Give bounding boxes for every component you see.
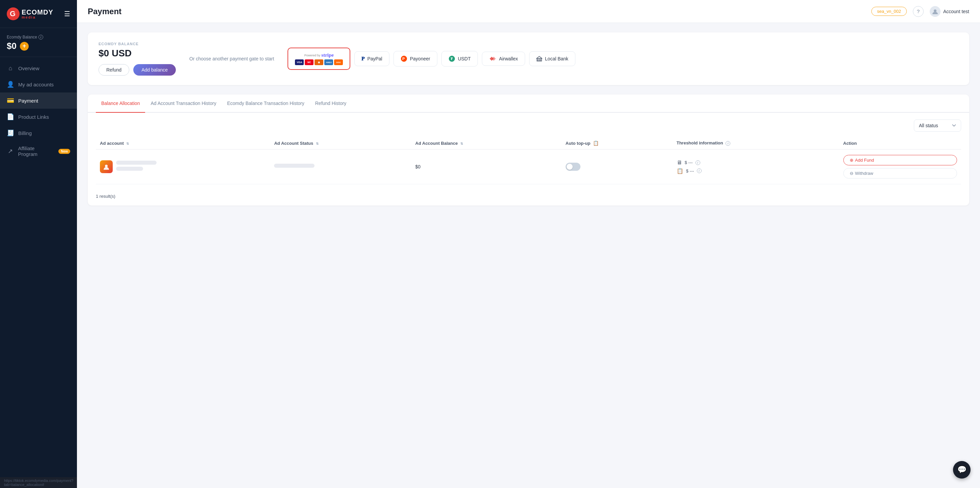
sidebar-item-my-ad-accounts[interactable]: 👤 My ad accounts [0,76,77,92]
svg-rect-10 [540,59,541,61]
page-title: Payment [88,7,121,16]
tab-balance-allocation[interactable]: Balance Allocation [96,94,145,113]
add-balance-button[interactable]: Add balance [133,64,176,76]
tab-refund-history[interactable]: Refund History [310,94,352,113]
gate-stripe[interactable]: Powered by stripe VISA MC ◉ AMEX DISC [288,48,350,70]
threshold-info-icon[interactable]: i [725,141,730,146]
sidebar-item-overview-label: Overview [18,65,40,71]
svg-text:₮: ₮ [450,57,453,61]
help-icon[interactable]: ? [913,6,924,17]
skeleton-account-name [116,161,157,165]
ad-account-balance-value: $0 [415,164,421,169]
hamburger-icon[interactable]: ☰ [64,10,70,18]
ecomdy-balance-label: ECOMDY BALANCE [99,42,176,46]
sidebar-item-affiliate-program[interactable]: ↗ Affiliate Program New [0,141,77,161]
threshold-row-2: 📋 $ --- i [677,168,835,174]
td-ad-account [96,149,270,184]
balance-amount-row: $0 + [7,41,70,51]
topbar-right: sea_vn_002 ? Account test [871,6,969,17]
tabs-container: Balance Allocation Ad Account Transactio… [88,94,969,205]
gate-local-bank-label: Local Bank [545,56,568,61]
col-action: Action [839,137,961,149]
affiliate-icon: ↗ [7,148,14,155]
tab-ecomdy-balance-transaction[interactable]: Ecomdy Balance Transaction History [222,94,310,113]
balance-info-icon[interactable]: i [38,35,43,40]
usdt-icon: ₮ [449,56,455,62]
sidebar-nav: ⌂ Overview 👤 My ad accounts 💳 Payment 📄 … [0,57,77,477]
ecomdy-balance-amount: $0 USD [99,48,176,59]
payment-gates: Powered by stripe VISA MC ◉ AMEX DISC [288,48,575,70]
chat-icon: 💬 [958,466,967,474]
threshold-row1-info-icon[interactable]: i [695,160,700,165]
auto-topup-toggle[interactable] [566,163,581,171]
logo-mark: G ECOMDY media [7,8,53,20]
col-ad-account: Ad account ⇅ [96,137,270,149]
account-info[interactable]: Account test [930,6,969,17]
gate-usdt[interactable]: ₮ USDT [441,51,478,67]
col-auto-top-up: Auto top-up 📋 [562,137,673,149]
td-auto-topup[interactable] [562,149,673,184]
balance-section: ECOMDY BALANCE $0 USD Refund Add balance [99,42,176,76]
gate-paypal-label: PayPal [367,56,382,61]
logo-media-label: media [22,16,53,19]
svg-marker-11 [536,56,542,58]
gate-airwallex[interactable]: Airwallex [482,52,525,66]
sort-icon-status: ⇅ [316,142,318,145]
svg-rect-9 [539,59,539,61]
topbar: Payment sea_vn_002 ? Account test [77,0,980,23]
refund-button[interactable]: Refund [99,64,129,76]
add-fund-icon: ⊕ [850,157,853,163]
logo-ecomdy-label: ECOMDY [22,9,53,16]
powered-by-label: Powered by [304,54,321,57]
table-row: $0 🖥 $ --- i [96,149,961,184]
sidebar-item-my-ad-accounts-label: My ad accounts [18,82,54,87]
threshold-icon-1: 🖥 [677,160,682,166]
auto-topup-doc-icon[interactable]: 📋 [593,140,599,146]
ecomdy-logo-icon: G [7,8,19,20]
status-filter[interactable]: All status Active Inactive [914,119,961,132]
ad-account-user-icon [103,163,110,170]
threshold-row2-info-icon[interactable]: i [697,168,702,173]
td-action: ⊕ Add Fund ⊖ Withdraw [839,149,961,184]
td-status [270,149,411,184]
ad-account-cell [100,160,266,173]
ad-accounts-icon: 👤 [7,81,14,88]
sidebar-logo: G ECOMDY media ☰ [0,0,77,28]
col-ad-account-status: Ad Account Status ⇅ [270,137,411,149]
gate-local-bank[interactable]: Local Bank [529,51,575,66]
withdraw-button[interactable]: ⊖ Withdraw [843,168,958,178]
sidebar-item-overview[interactable]: ⌂ Overview [0,60,77,76]
threshold-row-1: 🖥 $ --- i [677,160,835,166]
new-badge: New [58,149,70,154]
payoneer-icon: P [401,56,407,62]
add-balance-sidebar-button[interactable]: + [20,42,29,51]
sidebar-balance-section: Ecomdy Balance i $0 + [0,28,77,57]
table-wrapper: Ad account ⇅ Ad Account Status ⇅ Ad Acco… [88,132,969,190]
threshold-value-2: $ --- [686,168,694,173]
mastercard-icon: MC [305,59,313,65]
sidebar-item-billing[interactable]: 🧾 Billing [0,125,77,141]
gate-paypal[interactable]: 𝐏 PayPal [354,51,389,66]
threshold-value-1: $ --- [685,160,693,165]
sidebar-item-product-links[interactable]: 📄 Product Links [0,109,77,125]
local-bank-icon [536,56,542,62]
paypal-p-icon: 𝐏 [361,56,364,62]
table-body: $0 🖥 $ --- i [96,149,961,184]
chat-bubble[interactable]: 💬 [953,461,970,478]
table-head: Ad account ⇅ Ad Account Status ⇅ Ad Acco… [96,137,961,149]
content-area: ECOMDY BALANCE $0 USD Refund Add balance… [77,23,980,488]
sidebar-item-payment[interactable]: 💳 Payment [0,92,77,109]
main-content: Payment sea_vn_002 ? Account test ECOMDY… [77,0,980,488]
withdraw-icon: ⊖ [850,171,853,176]
balance-actions: Refund Add balance [99,64,176,76]
gate-payoneer-label: Payoneer [410,56,430,61]
payment-card: ECOMDY BALANCE $0 USD Refund Add balance… [88,32,969,85]
gate-airwallex-label: Airwallex [499,56,518,61]
balance-allocation-table: Ad account ⇅ Ad Account Status ⇅ Ad Acco… [96,137,961,184]
skeleton-account-id [116,167,143,171]
svg-point-2 [934,10,937,12]
account-badge[interactable]: sea_vn_002 [871,7,907,16]
tab-ad-account-transaction[interactable]: Ad Account Transaction History [145,94,222,113]
gate-payoneer[interactable]: P Payoneer [393,51,438,67]
add-fund-button[interactable]: ⊕ Add Fund [843,155,958,165]
